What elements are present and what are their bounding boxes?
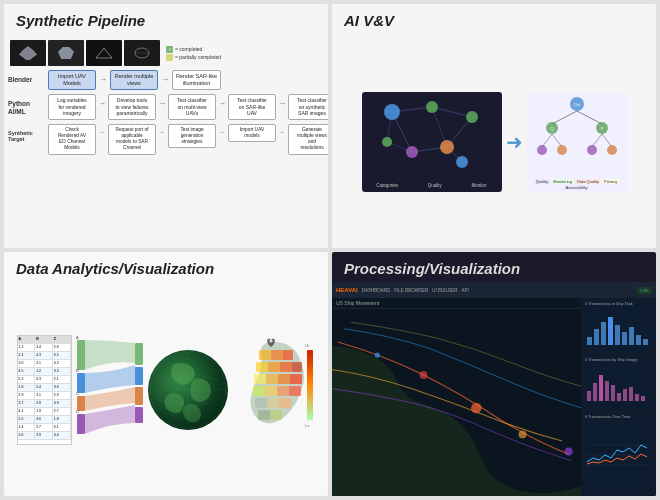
nav-ui[interactable]: UI BUILDER <box>432 288 457 293</box>
blender-boxes: Import UAVModels → Render multipleviews … <box>48 70 324 90</box>
synthetic-pipeline-content: ✓ = completed = partially completed Blen… <box>4 36 328 248</box>
svg-rect-41 <box>135 387 143 405</box>
box-test-img: Test imagegenerationstrategies <box>168 124 216 149</box>
arrow-3: → <box>98 94 106 108</box>
legend-completed: ✓ = completed <box>166 46 221 53</box>
data-analytics-content: A B C 1.23.45.6 2.14.36.5 3.02.14.2 4.51… <box>4 284 328 496</box>
neural-network-svg <box>362 92 502 192</box>
map-title: US Ship Movement <box>332 298 581 309</box>
sankey-diagram: A B C D <box>75 335 145 445</box>
svg-rect-95 <box>605 381 609 401</box>
svg-rect-66 <box>255 398 267 408</box>
svg-point-13 <box>426 101 438 113</box>
svg-rect-92 <box>587 391 591 401</box>
nav-dashboard[interactable]: DASHBOARD <box>362 288 391 293</box>
processing-inner: HEAVAI DASHBOARD FILE BROWSER UI BUILDER… <box>332 282 656 496</box>
svg-text:P: P <box>600 126 603 131</box>
svg-rect-42 <box>135 407 143 423</box>
thumb-2 <box>48 40 84 66</box>
svg-point-28 <box>537 145 547 155</box>
blender-row: Blender Import UAVModels → Render multip… <box>4 68 328 92</box>
proc-main: US Ship Movement <box>332 298 656 496</box>
svg-rect-62 <box>253 386 265 396</box>
thumb-1 <box>10 40 46 66</box>
svg-rect-57 <box>292 362 302 372</box>
arrow-9: → <box>219 124 225 135</box>
box-import-uav2: Import UAVmodels <box>228 124 276 142</box>
svg-marker-0 <box>96 48 112 58</box>
chart-1-title: # Transactions in Day Task <box>583 300 654 307</box>
svg-rect-36 <box>77 373 85 393</box>
svg-text:B: B <box>76 368 79 373</box>
main-grid: Synthetic Pipeline <box>0 0 660 500</box>
svg-rect-60 <box>278 374 290 384</box>
svg-rect-56 <box>280 362 292 372</box>
svg-rect-102 <box>583 420 653 475</box>
chart-transactions-ship: # Transactions by Ship Image <box>583 356 654 410</box>
box-log: Log variablesfor renderedimagery <box>48 94 96 120</box>
blender-label: Blender <box>8 70 46 84</box>
svg-rect-52 <box>271 350 283 360</box>
processing-content: HEAVAI DASHBOARD FILE BROWSER UI BUILDER… <box>332 282 656 496</box>
box-test-sar: Test classifieron SAR-likeUAV <box>228 94 276 120</box>
legend: ✓ = completed = partially completed <box>166 46 221 61</box>
ai-vv-title: AI V&V <box>344 12 394 29</box>
svg-line-27 <box>602 134 612 147</box>
svg-point-29 <box>557 145 567 155</box>
synthetic-boxes: CheckRendered AVEO ChannelModels → Reque… <box>48 124 328 155</box>
svg-line-24 <box>542 134 552 147</box>
arrow-6: → <box>278 94 286 108</box>
chart-2-svg <box>583 363 653 403</box>
ai-dark-box: Categories Quality Monitor <box>362 92 502 192</box>
nav-file[interactable]: FILE BROWSER <box>394 288 428 293</box>
svg-rect-89 <box>636 335 641 345</box>
panel-synthetic-pipeline: Synthetic Pipeline <box>4 4 328 248</box>
globe-svg <box>148 350 228 430</box>
svg-rect-84 <box>601 322 606 345</box>
python-row: PythonAI/ML Log variablesfor renderedima… <box>4 92 328 122</box>
svg-rect-93 <box>593 383 597 401</box>
svg-text:Cat: Cat <box>573 102 580 107</box>
svg-point-15 <box>440 140 454 154</box>
box-generate: Generatemultiple viewsandresolutions <box>288 124 328 155</box>
svg-text:D: D <box>76 409 79 414</box>
svg-rect-83 <box>594 329 599 345</box>
svg-rect-38 <box>77 414 85 434</box>
svg-point-74 <box>269 340 272 343</box>
globe <box>148 350 228 430</box>
thumb-4 <box>124 40 160 66</box>
ai-dark-subtitle: Categories Quality Monitor <box>362 183 502 188</box>
analytics-content: A B C 1.23.45.6 2.14.36.5 3.02.14.2 4.51… <box>4 284 328 496</box>
ai-arrow: ➜ <box>506 130 523 154</box>
svg-rect-97 <box>617 393 621 401</box>
svg-rect-69 <box>258 410 270 420</box>
svg-rect-87 <box>622 332 627 345</box>
svg-line-20 <box>552 111 577 124</box>
svg-rect-71 <box>307 350 313 420</box>
svg-rect-99 <box>629 387 633 401</box>
chart-3-title: # Transactions Over Time <box>583 413 654 420</box>
svg-rect-51 <box>259 350 271 360</box>
svg-rect-86 <box>615 325 620 345</box>
panel-processing: Processing/Visualization HEAVAI DASHBOAR… <box>332 252 656 496</box>
box-request: Request port ofapplicablemodels to SARCh… <box>108 124 156 155</box>
chart-3-svg <box>583 420 653 475</box>
svg-point-79 <box>375 353 380 358</box>
svg-rect-40 <box>135 367 143 385</box>
synthetic-label: SyntheticTarget <box>8 124 46 143</box>
nav-api[interactable]: API <box>462 288 469 293</box>
svg-rect-98 <box>623 389 627 401</box>
svg-rect-58 <box>254 374 266 384</box>
panel-data-analytics: Data Analytics/Visualization A B C 1.23.… <box>4 252 328 496</box>
svg-rect-68 <box>279 398 291 408</box>
svg-line-21 <box>577 111 602 124</box>
svg-point-77 <box>471 403 482 414</box>
map-svg <box>332 309 581 496</box>
svg-rect-67 <box>267 398 279 408</box>
svg-point-31 <box>607 145 617 155</box>
chart-1-svg <box>583 307 653 347</box>
svg-text:Lo: Lo <box>305 423 310 428</box>
svg-rect-96 <box>611 385 615 401</box>
proc-map: US Ship Movement <box>332 298 581 496</box>
data-analytics-title: Data Analytics/Visualization <box>16 260 214 277</box>
